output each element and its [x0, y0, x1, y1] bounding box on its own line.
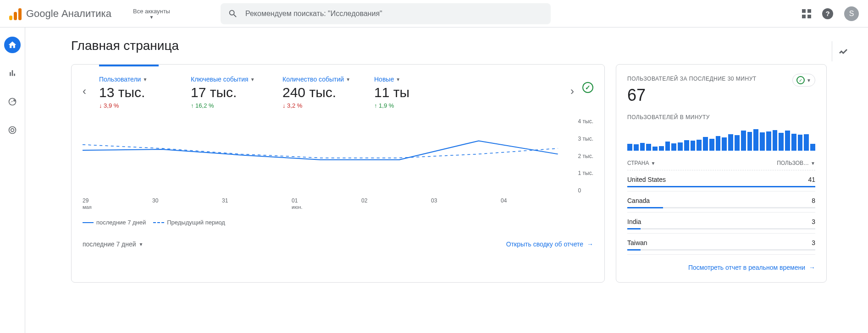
trend-circle-icon	[8, 97, 17, 106]
minute-bar	[753, 129, 758, 151]
minute-bar	[760, 132, 765, 151]
country-column-header[interactable]: СТРАНА ▼	[627, 160, 655, 166]
metric-strip: ‹ Пользователи ▼13 тыс.↓ 3,9 %Ключевые с…	[83, 76, 593, 109]
minute-bar	[791, 134, 796, 151]
nav-home[interactable]	[4, 37, 21, 53]
bar-track	[627, 249, 815, 251]
nav-explore[interactable]	[4, 93, 21, 110]
open-report-label: Открыть сводку об отчете	[506, 240, 583, 248]
user-count: 41	[808, 176, 815, 183]
content: Главная страница ‹ Пользователи ▼13 тыс.…	[25, 27, 868, 333]
x-tick: 31	[222, 197, 292, 210]
metrics-next-button[interactable]: ›	[570, 85, 574, 98]
realtime-report-link[interactable]: Посмотреть отчет в реальном времени →	[688, 264, 815, 271]
users-column-header[interactable]: ПОЛЬЗОВ… ▼	[777, 160, 815, 166]
nav-advertising[interactable]	[4, 122, 21, 138]
x-tick: 03	[431, 197, 501, 210]
metric-tile[interactable]: Ключевые события ▼17 тыс.↑ 16,2 %	[191, 76, 282, 109]
series-current	[83, 141, 558, 160]
logo-text: Google Аналитика	[26, 8, 111, 20]
chevron-down-icon: ▼	[143, 77, 147, 82]
minute-bar	[741, 131, 746, 151]
help-icon[interactable]: ?	[822, 8, 833, 19]
x-tick: 01июн.	[292, 197, 361, 210]
minute-bar	[665, 142, 670, 151]
table-row[interactable]: United States41	[627, 170, 815, 191]
chevron-down-icon: ▼	[396, 77, 400, 82]
bar-fill	[627, 207, 663, 208]
minute-bar	[678, 142, 683, 151]
nav-reports[interactable]	[4, 65, 21, 82]
minute-bar	[785, 131, 790, 151]
metric-tile[interactable]: Количество событий ▼240 тыс.↓ 3,2 %	[282, 76, 374, 109]
open-report-link[interactable]: Открыть сводку об отчете →	[506, 240, 593, 248]
legend-current-label: последние 7 дней	[96, 219, 146, 226]
minute-bar	[640, 143, 645, 151]
date-range-selector[interactable]: последние 7 дней ▼	[83, 240, 144, 248]
users-per-minute-title: ПОЛЬЗОВАТЕЛЕЙ В МИНУТУ	[627, 114, 815, 120]
metric-label[interactable]: Ключевые события ▼	[191, 76, 282, 83]
metric-delta: ↓ 3,9 %	[99, 102, 191, 109]
x-tick: 04	[501, 197, 570, 210]
minute-bar	[709, 139, 714, 151]
chart-legend: последние 7 дней Предыдущий период	[83, 219, 593, 226]
chevron-down-icon: ▼	[149, 15, 154, 20]
bar-fill	[627, 186, 815, 187]
series-previous	[83, 145, 558, 158]
logo[interactable]: Google Аналитика	[9, 7, 124, 20]
chevron-down-icon: ▼	[139, 242, 144, 247]
y-tick: 1 тыс.	[578, 170, 593, 176]
minute-bar	[779, 133, 784, 151]
metric-value: 17 тыс.	[191, 85, 282, 100]
date-range-label: последние 7 дней	[83, 240, 136, 248]
bar-track	[627, 186, 815, 187]
chevron-down-icon: ▼	[346, 77, 350, 82]
country-name: United States	[627, 176, 666, 183]
user-count: 3	[812, 218, 815, 225]
metric-tile[interactable]: Пользователи ▼13 тыс.↓ 3,9 %	[99, 76, 191, 109]
analytics-logo-icon	[9, 7, 22, 20]
metric-label[interactable]: Пользователи ▼	[99, 76, 191, 83]
metric-label[interactable]: Количество событий ▼	[282, 76, 374, 83]
chart-x-axis: 29мая303101июн.020304	[83, 197, 593, 210]
metric-tile[interactable]: Новые ▼11 ты↑ 1,9 %	[374, 76, 466, 109]
table-row[interactable]: India3	[627, 213, 815, 234]
minute-bar	[646, 144, 651, 151]
avatar[interactable]: S	[844, 6, 859, 21]
status-badge-icon[interactable]	[582, 82, 593, 93]
arrow-right-icon: →	[809, 264, 815, 271]
metrics-prev-button[interactable]: ‹	[83, 85, 86, 98]
country-table-body: United States41Canada8India3Taiwan3	[627, 170, 815, 255]
metric-delta: ↓ 3,2 %	[282, 102, 374, 109]
insights-button[interactable]	[832, 41, 854, 61]
metric-value: 240 тыс.	[282, 85, 374, 100]
search-input[interactable]: Рекомендуем поискать: "Исследования"	[221, 3, 551, 24]
x-tick: 29мая	[83, 197, 152, 210]
apps-icon[interactable]	[802, 9, 811, 18]
realtime-user-count: 67	[627, 86, 815, 105]
metric-value: 11 ты	[374, 85, 466, 100]
realtime-status-badge[interactable]: ✓ ▼	[792, 74, 815, 87]
table-row[interactable]: Canada8	[627, 191, 815, 213]
metric-label[interactable]: Новые ▼	[374, 76, 466, 83]
line-chart-svg	[83, 118, 593, 194]
y-tick: 4 тыс.	[578, 118, 593, 125]
sidebar	[0, 27, 25, 333]
minute-bar	[766, 131, 771, 151]
chevron-down-icon: ▼	[250, 77, 255, 82]
bar-fill	[627, 228, 641, 229]
legend-current: последние 7 дней	[83, 219, 146, 226]
metric-delta: ↑ 16,2 %	[191, 102, 282, 109]
legend-previous: Предыдущий период	[153, 219, 225, 226]
account-selector[interactable]: Все аккаунты ▼	[133, 8, 170, 20]
x-tick: 02	[361, 197, 431, 210]
header-actions: ? S	[802, 6, 859, 21]
target-icon	[8, 126, 17, 135]
minute-bar	[627, 144, 632, 151]
bar-fill	[627, 249, 641, 251]
realtime-report-label: Посмотреть отчет в реальном времени	[688, 264, 805, 271]
minute-bar	[684, 140, 689, 151]
minute-bar	[716, 136, 721, 151]
user-count: 8	[812, 197, 815, 204]
table-row[interactable]: Taiwan3	[627, 234, 815, 255]
